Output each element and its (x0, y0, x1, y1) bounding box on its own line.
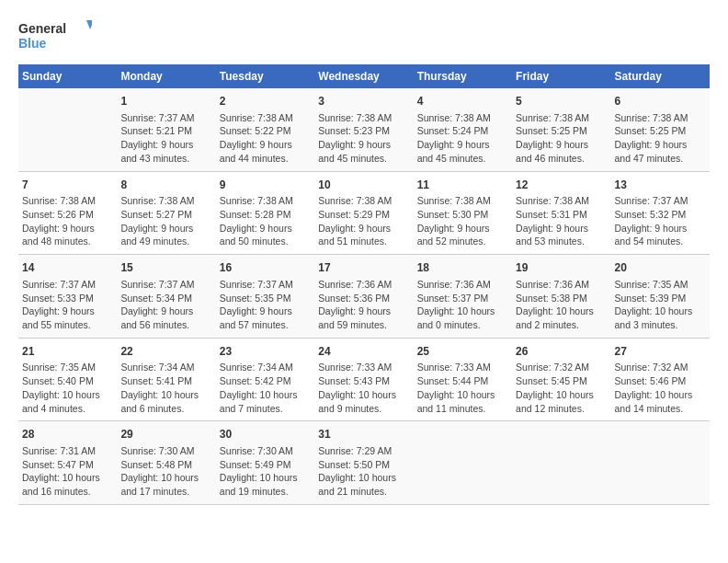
calendar-cell: 29Sunrise: 7:30 AM Sunset: 5:48 PM Dayli… (117, 421, 215, 505)
calendar-cell: 24Sunrise: 7:33 AM Sunset: 5:43 PM Dayli… (314, 338, 413, 421)
day-content: Sunrise: 7:37 AM Sunset: 5:21 PM Dayligh… (120, 111, 211, 166)
day-content: Sunrise: 7:37 AM Sunset: 5:33 PM Dayligh… (22, 278, 113, 332)
day-content: Sunrise: 7:31 AM Sunset: 5:47 PM Dayligh… (22, 444, 113, 499)
day-number: 22 (120, 344, 211, 360)
calendar-cell: 31Sunrise: 7:29 AM Sunset: 5:50 PM Dayli… (314, 421, 413, 505)
calendar-cell: 13Sunrise: 7:37 AM Sunset: 5:32 PM Dayli… (611, 171, 710, 255)
day-number: 24 (318, 344, 409, 360)
calendar-cell: 26Sunrise: 7:32 AM Sunset: 5:45 PM Dayli… (512, 338, 610, 421)
calendar-cell: 25Sunrise: 7:33 AM Sunset: 5:44 PM Dayli… (414, 338, 512, 421)
day-content: Sunrise: 7:30 AM Sunset: 5:49 PM Dayligh… (220, 444, 311, 499)
calendar-week-5: 28Sunrise: 7:31 AM Sunset: 5:47 PM Dayli… (18, 421, 710, 505)
calendar-cell: 4Sunrise: 7:38 AM Sunset: 5:24 PM Daylig… (414, 88, 512, 171)
calendar-cell: 9Sunrise: 7:38 AM Sunset: 5:28 PM Daylig… (216, 171, 314, 255)
day-number: 13 (615, 178, 706, 193)
day-number: 26 (516, 344, 607, 360)
calendar-week-1: 1Sunrise: 7:37 AM Sunset: 5:21 PM Daylig… (18, 88, 710, 171)
calendar-cell (512, 421, 610, 505)
day-number: 7 (22, 178, 113, 193)
page-header: General Blue (18, 18, 710, 55)
day-number: 27 (615, 344, 706, 360)
day-number: 28 (22, 427, 113, 442)
calendar-cell: 18Sunrise: 7:36 AM Sunset: 5:37 PM Dayli… (414, 255, 512, 339)
day-content: Sunrise: 7:38 AM Sunset: 5:25 PM Dayligh… (615, 111, 706, 166)
header-day-sunday: Sunday (18, 64, 117, 88)
day-content: Sunrise: 7:38 AM Sunset: 5:23 PM Dayligh… (318, 111, 409, 166)
day-number: 14 (22, 260, 113, 276)
calendar-cell: 10Sunrise: 7:38 AM Sunset: 5:29 PM Dayli… (314, 171, 413, 255)
day-content: Sunrise: 7:36 AM Sunset: 5:37 PM Dayligh… (417, 278, 508, 332)
day-content: Sunrise: 7:35 AM Sunset: 5:39 PM Dayligh… (615, 278, 706, 332)
header-day-monday: Monday (117, 64, 215, 88)
calendar-cell: 28Sunrise: 7:31 AM Sunset: 5:47 PM Dayli… (18, 421, 117, 505)
day-content: Sunrise: 7:32 AM Sunset: 5:45 PM Dayligh… (516, 361, 607, 415)
calendar-cell: 15Sunrise: 7:37 AM Sunset: 5:34 PM Dayli… (117, 255, 215, 339)
calendar-cell: 30Sunrise: 7:30 AM Sunset: 5:49 PM Dayli… (216, 421, 314, 505)
calendar-cell: 22Sunrise: 7:34 AM Sunset: 5:41 PM Dayli… (117, 338, 215, 421)
day-content: Sunrise: 7:29 AM Sunset: 5:50 PM Dayligh… (318, 444, 409, 499)
calendar-cell: 23Sunrise: 7:34 AM Sunset: 5:42 PM Dayli… (216, 338, 314, 421)
day-number: 20 (615, 260, 706, 276)
day-number: 5 (516, 94, 607, 109)
day-number: 3 (318, 94, 409, 109)
calendar-cell: 3Sunrise: 7:38 AM Sunset: 5:23 PM Daylig… (314, 88, 413, 171)
day-number: 18 (417, 260, 508, 276)
day-content: Sunrise: 7:30 AM Sunset: 5:48 PM Dayligh… (120, 444, 211, 499)
day-number: 19 (516, 260, 607, 276)
day-number: 15 (120, 260, 211, 276)
calendar-cell: 5Sunrise: 7:38 AM Sunset: 5:25 PM Daylig… (512, 88, 610, 171)
day-number: 23 (220, 344, 311, 360)
day-number: 29 (120, 427, 211, 442)
calendar-cell (18, 88, 117, 171)
calendar-cell: 1Sunrise: 7:37 AM Sunset: 5:21 PM Daylig… (117, 88, 215, 171)
day-content: Sunrise: 7:36 AM Sunset: 5:38 PM Dayligh… (516, 278, 607, 332)
day-content: Sunrise: 7:37 AM Sunset: 5:32 PM Dayligh… (615, 194, 706, 248)
svg-text:General: General (18, 21, 66, 36)
logo: General Blue (18, 18, 92, 55)
day-content: Sunrise: 7:38 AM Sunset: 5:28 PM Dayligh… (220, 194, 311, 248)
calendar-cell: 21Sunrise: 7:35 AM Sunset: 5:40 PM Dayli… (18, 338, 117, 421)
day-content: Sunrise: 7:34 AM Sunset: 5:42 PM Dayligh… (220, 361, 311, 415)
day-content: Sunrise: 7:37 AM Sunset: 5:34 PM Dayligh… (120, 278, 211, 332)
day-number: 11 (417, 178, 508, 193)
calendar-cell: 20Sunrise: 7:35 AM Sunset: 5:39 PM Dayli… (611, 255, 710, 339)
day-number: 16 (220, 260, 311, 276)
calendar-week-2: 7Sunrise: 7:38 AM Sunset: 5:26 PM Daylig… (18, 171, 710, 255)
calendar-cell: 17Sunrise: 7:36 AM Sunset: 5:36 PM Dayli… (314, 255, 413, 339)
calendar-cell: 8Sunrise: 7:38 AM Sunset: 5:27 PM Daylig… (117, 171, 215, 255)
day-content: Sunrise: 7:38 AM Sunset: 5:27 PM Dayligh… (120, 194, 211, 248)
header-day-saturday: Saturday (611, 64, 710, 88)
calendar-week-4: 21Sunrise: 7:35 AM Sunset: 5:40 PM Dayli… (18, 338, 710, 421)
day-number: 10 (318, 178, 409, 193)
calendar-cell: 6Sunrise: 7:38 AM Sunset: 5:25 PM Daylig… (611, 88, 710, 171)
day-number: 2 (220, 94, 311, 109)
day-content: Sunrise: 7:38 AM Sunset: 5:30 PM Dayligh… (417, 194, 508, 248)
day-content: Sunrise: 7:38 AM Sunset: 5:24 PM Dayligh… (417, 111, 508, 166)
day-content: Sunrise: 7:32 AM Sunset: 5:46 PM Dayligh… (615, 361, 706, 415)
day-content: Sunrise: 7:38 AM Sunset: 5:31 PM Dayligh… (516, 194, 607, 248)
calendar-cell: 19Sunrise: 7:36 AM Sunset: 5:38 PM Dayli… (512, 255, 610, 339)
header-day-wednesday: Wednesday (314, 64, 413, 88)
day-number: 6 (615, 94, 706, 109)
day-content: Sunrise: 7:38 AM Sunset: 5:25 PM Dayligh… (516, 111, 607, 166)
day-number: 8 (120, 178, 211, 193)
day-content: Sunrise: 7:37 AM Sunset: 5:35 PM Dayligh… (220, 278, 311, 332)
calendar-cell: 14Sunrise: 7:37 AM Sunset: 5:33 PM Dayli… (18, 255, 117, 339)
day-content: Sunrise: 7:38 AM Sunset: 5:29 PM Dayligh… (318, 194, 409, 248)
calendar-week-3: 14Sunrise: 7:37 AM Sunset: 5:33 PM Dayli… (18, 255, 710, 339)
day-content: Sunrise: 7:34 AM Sunset: 5:41 PM Dayligh… (120, 361, 211, 415)
day-number: 21 (22, 344, 113, 360)
day-number: 4 (417, 94, 508, 109)
svg-text:Blue: Blue (18, 36, 47, 51)
day-content: Sunrise: 7:33 AM Sunset: 5:43 PM Dayligh… (318, 361, 409, 415)
logo-icon: General Blue (18, 18, 92, 55)
calendar-header-row: SundayMondayTuesdayWednesdayThursdayFrid… (18, 64, 710, 88)
header-day-friday: Friday (512, 64, 610, 88)
day-number: 17 (318, 260, 409, 276)
calendar-cell: 11Sunrise: 7:38 AM Sunset: 5:30 PM Dayli… (414, 171, 512, 255)
day-content: Sunrise: 7:38 AM Sunset: 5:22 PM Dayligh… (220, 111, 311, 166)
day-content: Sunrise: 7:33 AM Sunset: 5:44 PM Dayligh… (417, 361, 508, 415)
calendar-cell: 27Sunrise: 7:32 AM Sunset: 5:46 PM Dayli… (611, 338, 710, 421)
day-content: Sunrise: 7:36 AM Sunset: 5:36 PM Dayligh… (318, 278, 409, 332)
svg-marker-2 (86, 20, 92, 29)
